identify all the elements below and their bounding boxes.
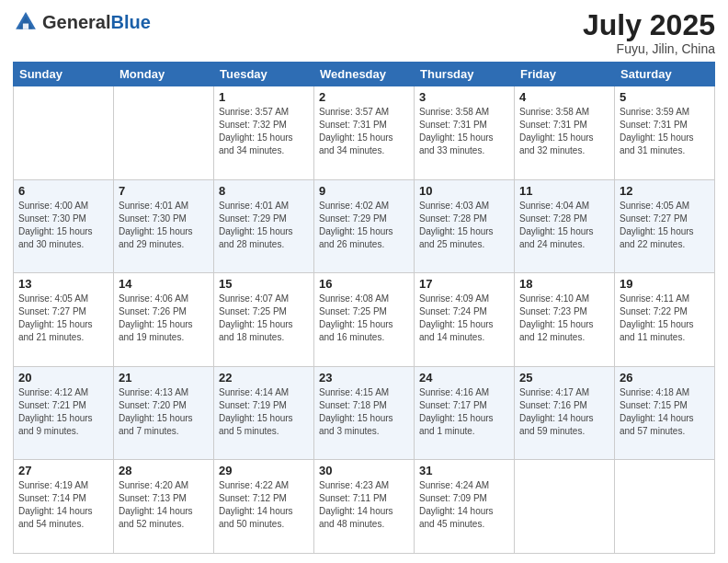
day-info: Sunrise: 4:01 AMSunset: 7:29 PMDaylight:… [219,200,309,251]
calendar-cell: 17Sunrise: 4:09 AMSunset: 7:24 PMDayligh… [415,273,515,367]
day-number: 30 [319,464,409,477]
day-info: Sunrise: 4:06 AMSunset: 7:26 PMDaylight:… [119,293,209,344]
day-number: 7 [119,184,209,198]
sunset-text: Sunset: 7:19 PM [219,399,309,412]
sunrise-text: Sunrise: 4:06 AM [119,293,209,305]
sunrise-text: Sunrise: 4:09 AM [419,293,509,305]
sunset-text: Sunset: 7:31 PM [419,119,509,132]
day-number: 2 [319,90,409,104]
daylight-text: Daylight: 15 hours and 7 minutes. [119,412,209,438]
sunset-text: Sunset: 7:28 PM [419,213,509,225]
sunset-text: Sunset: 7:14 PM [18,492,108,505]
sunrise-text: Sunrise: 4:05 AM [620,200,710,213]
calendar-week-2: 6Sunrise: 4:00 AMSunset: 7:30 PMDaylight… [14,179,715,273]
day-number: 17 [419,277,509,291]
day-info: Sunrise: 4:18 AMSunset: 7:15 PMDaylight:… [620,386,710,438]
sunrise-text: Sunrise: 3:58 AM [519,106,609,119]
sunset-text: Sunset: 7:25 PM [219,305,309,318]
day-info: Sunrise: 4:19 AMSunset: 7:14 PMDaylight:… [18,479,108,531]
calendar-cell: 22Sunrise: 4:14 AMSunset: 7:19 PMDayligh… [214,366,314,460]
day-info: Sunrise: 4:22 AMSunset: 7:12 PMDaylight:… [219,479,309,531]
daylight-text: Daylight: 15 hours and 24 minutes. [519,225,609,251]
daylight-text: Daylight: 15 hours and 11 minutes. [620,318,710,344]
day-info: Sunrise: 4:05 AMSunset: 7:27 PMDaylight:… [620,200,710,251]
calendar-cell: 29Sunrise: 4:22 AMSunset: 7:12 PMDayligh… [214,460,314,554]
logo: GeneralBlue [13,9,151,35]
col-wednesday: Wednesday [314,63,415,86]
daylight-text: Daylight: 15 hours and 28 minutes. [219,225,309,251]
daylight-text: Daylight: 15 hours and 21 minutes. [18,318,108,344]
daylight-text: Daylight: 15 hours and 14 minutes. [419,318,509,344]
sunset-text: Sunset: 7:17 PM [419,399,509,412]
sunrise-text: Sunrise: 4:14 AM [219,386,309,399]
daylight-text: Daylight: 15 hours and 9 minutes. [18,412,108,438]
col-thursday: Thursday [415,63,515,86]
sunset-text: Sunset: 7:29 PM [319,213,409,225]
sunrise-text: Sunrise: 4:01 AM [219,200,309,213]
day-info: Sunrise: 3:58 AMSunset: 7:31 PMDaylight:… [419,106,509,157]
day-number: 25 [519,371,609,385]
daylight-text: Daylight: 15 hours and 25 minutes. [419,225,509,251]
day-number: 1 [219,90,309,104]
daylight-text: Daylight: 14 hours and 52 minutes. [119,505,209,531]
daylight-text: Daylight: 15 hours and 31 minutes. [620,132,710,157]
daylight-text: Daylight: 14 hours and 57 minutes. [620,412,710,438]
calendar-table: Sunday Monday Tuesday Wednesday Thursday… [13,62,715,554]
sunrise-text: Sunrise: 4:24 AM [419,479,509,492]
sunrise-text: Sunrise: 4:18 AM [620,386,710,399]
day-number: 20 [18,371,108,385]
day-info: Sunrise: 4:16 AMSunset: 7:17 PMDaylight:… [419,386,509,438]
daylight-text: Daylight: 15 hours and 22 minutes. [620,225,710,251]
day-number: 12 [620,184,710,198]
day-info: Sunrise: 3:57 AMSunset: 7:32 PMDaylight:… [219,106,309,157]
sunrise-text: Sunrise: 3:57 AM [319,106,409,119]
col-sunday: Sunday [14,63,114,86]
daylight-text: Daylight: 15 hours and 19 minutes. [119,318,209,344]
sunrise-text: Sunrise: 4:22 AM [219,479,309,492]
calendar-cell: 8Sunrise: 4:01 AMSunset: 7:29 PMDaylight… [214,179,314,273]
sunrise-text: Sunrise: 4:16 AM [419,386,509,399]
sunrise-text: Sunrise: 4:07 AM [219,293,309,305]
logo-icon [13,9,39,35]
day-info: Sunrise: 4:07 AMSunset: 7:25 PMDaylight:… [219,293,309,344]
calendar-cell: 18Sunrise: 4:10 AMSunset: 7:23 PMDayligh… [515,273,615,367]
calendar-cell [615,460,715,554]
daylight-text: Daylight: 15 hours and 33 minutes. [419,132,509,157]
sunset-text: Sunset: 7:15 PM [620,399,710,412]
sunrise-text: Sunrise: 4:01 AM [119,200,209,213]
sunset-text: Sunset: 7:20 PM [119,399,209,412]
calendar-week-3: 13Sunrise: 4:05 AMSunset: 7:27 PMDayligh… [14,273,715,367]
sunrise-text: Sunrise: 4:11 AM [620,293,710,305]
day-info: Sunrise: 4:00 AMSunset: 7:30 PMDaylight:… [18,200,108,251]
sunset-text: Sunset: 7:29 PM [219,213,309,225]
day-info: Sunrise: 3:57 AMSunset: 7:31 PMDaylight:… [319,106,409,157]
sunset-text: Sunset: 7:22 PM [620,305,710,318]
daylight-text: Daylight: 14 hours and 50 minutes. [219,505,309,531]
logo-blue: Blue [110,12,150,32]
calendar-cell: 3Sunrise: 3:58 AMSunset: 7:31 PMDaylight… [415,86,515,180]
day-info: Sunrise: 4:05 AMSunset: 7:27 PMDaylight:… [18,293,108,344]
sunset-text: Sunset: 7:23 PM [519,305,609,318]
calendar-cell: 26Sunrise: 4:18 AMSunset: 7:15 PMDayligh… [615,366,715,460]
daylight-text: Daylight: 15 hours and 30 minutes. [18,225,108,251]
day-number: 18 [519,277,609,291]
calendar-cell: 1Sunrise: 3:57 AMSunset: 7:32 PMDaylight… [214,86,314,180]
day-number: 8 [219,184,309,198]
sunset-text: Sunset: 7:09 PM [419,492,509,505]
daylight-text: Daylight: 15 hours and 5 minutes. [219,412,309,438]
calendar-cell: 14Sunrise: 4:06 AMSunset: 7:26 PMDayligh… [114,273,214,367]
calendar-cell: 15Sunrise: 4:07 AMSunset: 7:25 PMDayligh… [214,273,314,367]
sunrise-text: Sunrise: 4:15 AM [319,386,409,399]
location: Fuyu, Jilin, China [583,41,715,56]
sunrise-text: Sunrise: 4:17 AM [519,386,609,399]
sunset-text: Sunset: 7:12 PM [219,492,309,505]
month-title: July 2025 [583,9,715,41]
day-number: 6 [18,184,108,198]
col-saturday: Saturday [615,63,715,86]
day-number: 15 [219,277,309,291]
sunrise-text: Sunrise: 4:02 AM [319,200,409,213]
calendar-cell: 10Sunrise: 4:03 AMSunset: 7:28 PMDayligh… [415,179,515,273]
daylight-text: Daylight: 15 hours and 12 minutes. [519,318,609,344]
daylight-text: Daylight: 14 hours and 54 minutes. [18,505,108,531]
calendar-cell: 11Sunrise: 4:04 AMSunset: 7:28 PMDayligh… [515,179,615,273]
